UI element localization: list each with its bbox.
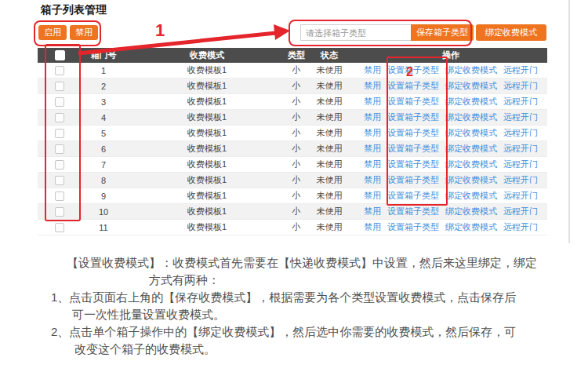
- row-checkbox[interactable]: [55, 144, 64, 154]
- cell-type: 小: [289, 174, 304, 186]
- disable-button[interactable]: 禁用: [70, 25, 98, 40]
- note-line: 方式有两种：: [149, 272, 561, 289]
- row-checkbox[interactable]: [55, 97, 64, 107]
- remote-open-link[interactable]: 远程开门: [503, 64, 538, 76]
- cell-type: 小: [289, 143, 304, 155]
- cell-operations: 禁用 设置箱子类型 绑定收费模式 远程开门: [354, 80, 547, 92]
- set-box-type-link[interactable]: 设置箱子类型: [387, 206, 439, 217]
- box-type-input[interactable]: [300, 24, 411, 41]
- remote-open-link[interactable]: 远程开门: [503, 174, 538, 186]
- set-box-type-link[interactable]: 设置箱子类型: [387, 127, 439, 139]
- set-box-type-link[interactable]: 设置箱子类型: [387, 80, 439, 92]
- row-checkbox[interactable]: [55, 176, 64, 185]
- disable-link[interactable]: 禁用: [364, 206, 381, 217]
- table-row: 5 收费模板1 小 未使用 禁用 设置箱子类型 绑定收费模式 远程开门: [38, 126, 547, 141]
- row-checkbox[interactable]: [55, 129, 64, 138]
- table-row: 10 收费模板1 小 未使用 禁用 设置箱子类型 绑定收费模式 远程开门: [38, 204, 547, 220]
- bind-charge-mode-link[interactable]: 绑定收费模式: [445, 96, 497, 108]
- cell-charge-mode: 收费模板1: [125, 206, 289, 217]
- disable-link[interactable]: 禁用: [364, 190, 381, 202]
- cell-status: 未使用: [304, 143, 354, 155]
- set-box-type-link[interactable]: 设置箱子类型: [387, 64, 439, 76]
- bind-charge-mode-link[interactable]: 绑定收费模式: [445, 143, 497, 155]
- disable-link[interactable]: 禁用: [364, 80, 381, 92]
- set-box-type-link[interactable]: 设置箱子类型: [387, 190, 439, 202]
- bind-charge-mode-button[interactable]: 绑定收费模式: [476, 24, 546, 41]
- row-checkbox[interactable]: [55, 113, 64, 122]
- bind-charge-mode-link[interactable]: 绑定收费模式: [445, 206, 497, 217]
- cell-type: 小: [289, 206, 304, 217]
- disable-link[interactable]: 禁用: [364, 64, 381, 76]
- cell-box-number: 5: [82, 129, 125, 138]
- cell-charge-mode: 收费模板1: [125, 174, 289, 186]
- cell-box-number: 11: [82, 223, 125, 232]
- remote-open-link[interactable]: 远程开门: [503, 159, 538, 170]
- table-row: 1 收费模板1 小 未使用 禁用 设置箱子类型 绑定收费模式 远程开门: [38, 63, 547, 78]
- set-box-type-link[interactable]: 设置箱子类型: [387, 174, 439, 186]
- select-all-checkbox[interactable]: [55, 50, 65, 60]
- row-checkbox-cell: [38, 97, 82, 107]
- row-checkbox[interactable]: [55, 207, 64, 217]
- cell-status: 未使用: [304, 127, 354, 139]
- disable-link[interactable]: 禁用: [364, 96, 381, 108]
- bulk-actions-toolbar: 启用 禁用: [38, 25, 98, 40]
- bind-charge-mode-link[interactable]: 绑定收费模式: [445, 64, 497, 76]
- cell-box-number: 4: [82, 113, 125, 122]
- row-checkbox[interactable]: [55, 223, 64, 232]
- disable-link[interactable]: 禁用: [364, 111, 381, 123]
- row-checkbox-cell: [38, 129, 82, 138]
- cell-status: 未使用: [304, 64, 354, 76]
- bind-charge-mode-link[interactable]: 绑定收费模式: [445, 159, 497, 170]
- bind-charge-mode-link[interactable]: 绑定收费模式: [445, 174, 497, 186]
- row-checkbox[interactable]: [55, 160, 64, 170]
- bind-charge-mode-link[interactable]: 绑定收费模式: [445, 111, 497, 123]
- row-checkbox-cell: [38, 176, 82, 185]
- operation-links: 禁用 设置箱子类型 绑定收费模式 远程开门: [354, 111, 547, 123]
- instructions-text: 【设置收费模式】：收费模式首先需要在【快递收费模式】中设置，然后来这里绑定，绑定…: [51, 254, 561, 358]
- row-checkbox[interactable]: [55, 66, 64, 75]
- remote-open-link[interactable]: 远程开门: [503, 206, 538, 217]
- row-checkbox[interactable]: [55, 82, 64, 91]
- annotation-step1-label: 1: [155, 20, 165, 41]
- header-charge-mode: 收费模式: [125, 49, 289, 61]
- remote-open-link[interactable]: 远程开门: [503, 143, 538, 155]
- disable-link[interactable]: 禁用: [364, 221, 381, 233]
- bind-charge-mode-link[interactable]: 绑定收费模式: [445, 221, 497, 233]
- remote-open-link[interactable]: 远程开门: [503, 80, 538, 92]
- annotation-step2-label: 2: [406, 65, 413, 79]
- cell-box-number: 10: [82, 207, 125, 217]
- operation-links: 禁用 设置箱子类型 绑定收费模式 远程开门: [354, 174, 547, 186]
- disable-link[interactable]: 禁用: [364, 159, 381, 170]
- bind-charge-mode-link[interactable]: 绑定收费模式: [445, 190, 497, 202]
- disable-link[interactable]: 禁用: [364, 174, 381, 186]
- remote-open-link[interactable]: 远程开门: [503, 221, 538, 233]
- table-header-row: 箱门号 收费模式 类型 状态 操作: [38, 48, 547, 63]
- remote-open-link[interactable]: 远程开门: [503, 96, 538, 108]
- cell-operations: 禁用 设置箱子类型 绑定收费模式 远程开门: [354, 96, 547, 108]
- set-box-type-link[interactable]: 设置箱子类型: [387, 96, 439, 108]
- row-checkbox[interactable]: [55, 191, 64, 201]
- table-row: 9 收费模板1 小 未使用 禁用 设置箱子类型 绑定收费模式 远程开门: [38, 188, 547, 204]
- table-row: 7 收费模板1 小 未使用 禁用 设置箱子类型 绑定收费模式 远程开门: [38, 157, 547, 173]
- disable-link[interactable]: 禁用: [364, 127, 381, 139]
- set-box-type-link[interactable]: 设置箱子类型: [387, 111, 439, 123]
- cell-status: 未使用: [304, 206, 354, 217]
- cell-box-number: 1: [82, 66, 125, 75]
- set-box-type-link[interactable]: 设置箱子类型: [387, 221, 439, 233]
- remote-open-link[interactable]: 远程开门: [503, 127, 538, 139]
- remote-open-link[interactable]: 远程开门: [503, 190, 538, 202]
- set-box-type-link[interactable]: 设置箱子类型: [387, 159, 439, 170]
- cell-box-number: 2: [82, 82, 125, 91]
- bind-charge-mode-link[interactable]: 绑定收费模式: [445, 80, 497, 92]
- page-title: 箱子列表管理: [41, 3, 107, 17]
- remote-open-link[interactable]: 远程开门: [503, 111, 538, 123]
- cell-operations: 禁用 设置箱子类型 绑定收费模式 远程开门: [354, 206, 547, 217]
- set-box-type-link[interactable]: 设置箱子类型: [387, 143, 439, 155]
- disable-link[interactable]: 禁用: [364, 143, 381, 155]
- table-row: 8 收费模板1 小 未使用 禁用 设置箱子类型 绑定收费模式 远程开门: [38, 173, 547, 188]
- cell-charge-mode: 收费模板1: [125, 96, 289, 108]
- enable-button[interactable]: 启用: [38, 25, 67, 40]
- bind-charge-mode-link[interactable]: 绑定收费模式: [445, 127, 497, 139]
- cell-status: 未使用: [304, 159, 354, 170]
- save-box-type-button[interactable]: 保存箱子类型: [411, 24, 474, 41]
